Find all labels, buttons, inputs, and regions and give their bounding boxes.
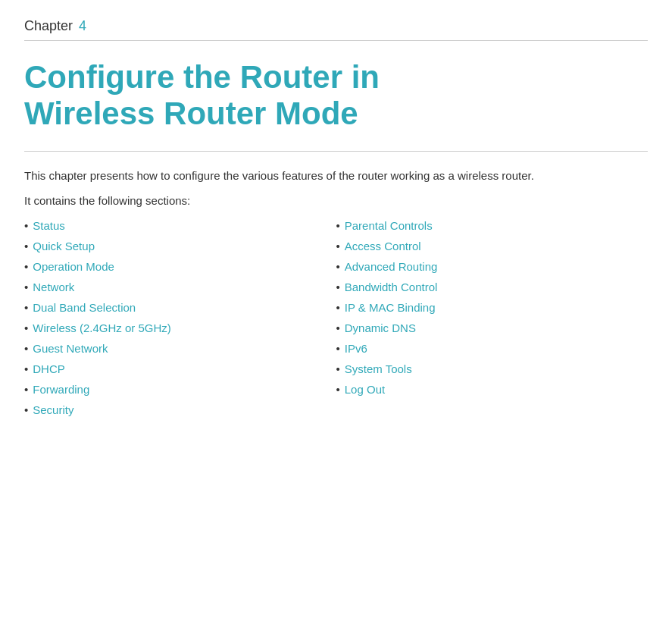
bullet-icon: • [24,403,28,416]
list-item: •Access Control [336,240,649,252]
section-link[interactable]: Operation Mode [33,260,114,273]
page-title: Configure the Router in Wireless Router … [24,59,648,133]
sections-columns: •Status•Quick Setup•Operation Mode•Netwo… [24,219,648,424]
bullet-icon: • [336,240,340,252]
list-item: •DHCP [24,362,336,375]
section-link[interactable]: Wireless (2.4GHz or 5GHz) [33,321,171,334]
list-item: •IP & MAC Binding [336,301,649,314]
section-link[interactable]: Advanced Routing [345,260,438,273]
page-title-line2: Wireless Router Mode [24,96,358,131]
list-item: •Log Out [336,383,649,396]
bullet-icon: • [336,219,340,232]
section-link[interactable]: Forwarding [33,383,89,396]
section-link[interactable]: Status [33,219,65,232]
list-item: •Status [24,219,336,232]
intro-paragraph: This chapter presents how to configure t… [24,167,648,185]
chapter-number: 4 [79,18,86,34]
bullet-icon: • [336,281,340,293]
chapter-label: Chapter [24,18,73,34]
bullet-icon: • [24,240,28,252]
section-link[interactable]: Log Out [345,383,385,396]
left-column: •Status•Quick Setup•Operation Mode•Netwo… [24,219,336,424]
list-item: •System Tools [336,362,649,375]
bullet-icon: • [24,321,28,334]
list-item: •Network [24,281,336,293]
section-link[interactable]: Parental Controls [345,219,433,232]
bullet-icon: • [336,383,340,396]
list-item: •Advanced Routing [336,260,649,273]
bullet-icon: • [336,260,340,273]
list-item: •Parental Controls [336,219,649,232]
list-item: •Forwarding [24,383,336,396]
bullet-icon: • [24,362,28,375]
section-link[interactable]: IP & MAC Binding [345,301,436,314]
list-item: •Security [24,403,336,416]
list-item: •Quick Setup [24,240,336,252]
bullet-icon: • [24,281,28,293]
section-link[interactable]: Dynamic DNS [345,321,416,334]
section-link[interactable]: IPv6 [345,342,367,355]
bullet-icon: • [336,362,340,375]
bullet-icon: • [24,383,28,396]
page-title-line1: Configure the Router in [24,59,380,95]
section-link[interactable]: Guest Network [33,342,108,355]
section-link[interactable]: Security [33,403,73,416]
section-link[interactable]: Network [33,281,74,293]
chapter-header: Chapter 4 [24,18,648,41]
section-link[interactable]: Bandwidth Control [345,281,438,293]
section-link[interactable]: Dual Band Selection [33,301,136,314]
bullet-icon: • [24,219,28,232]
section-link[interactable]: System Tools [345,362,412,375]
bullet-icon: • [24,342,28,355]
list-item: •Guest Network [24,342,336,355]
section-link[interactable]: DHCP [33,362,65,375]
list-item: •Dual Band Selection [24,301,336,314]
list-item: •Operation Mode [24,260,336,273]
title-divider [24,151,648,152]
page-container: Chapter 4 Configure the Router in Wirele… [0,0,672,448]
list-item: •IPv6 [336,342,649,355]
list-item: •Wireless (2.4GHz or 5GHz) [24,321,336,334]
sections-label: It contains the following sections: [24,194,648,207]
bullet-icon: • [336,342,340,355]
right-column: •Parental Controls•Access Control•Advanc… [336,219,649,424]
list-item: •Dynamic DNS [336,321,649,334]
section-link[interactable]: Quick Setup [33,240,95,252]
bullet-icon: • [336,321,340,334]
list-item: •Bandwidth Control [336,281,649,293]
bullet-icon: • [336,301,340,314]
section-link[interactable]: Access Control [345,240,421,252]
bullet-icon: • [24,301,28,314]
bullet-icon: • [24,260,28,273]
